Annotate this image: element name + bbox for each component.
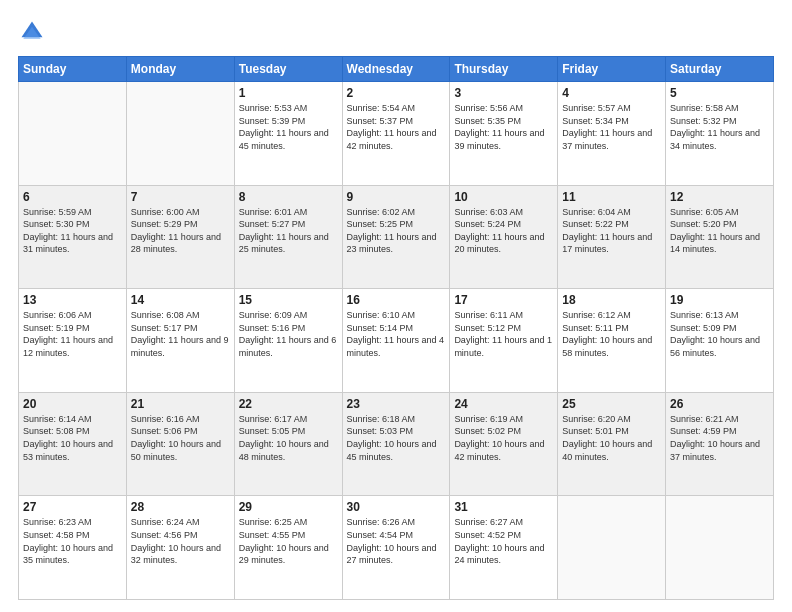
day-info-3: Sunrise: 5:56 AM Sunset: 5:35 PM Dayligh…	[454, 102, 553, 152]
day-number-5: 5	[670, 86, 769, 100]
header	[18, 18, 774, 46]
day-info-7: Sunrise: 6:00 AM Sunset: 5:29 PM Dayligh…	[131, 206, 230, 256]
weekday-saturday: Saturday	[666, 57, 774, 82]
day-cell-9: 9Sunrise: 6:02 AM Sunset: 5:25 PM Daylig…	[342, 185, 450, 289]
day-number-28: 28	[131, 500, 230, 514]
weekday-friday: Friday	[558, 57, 666, 82]
day-cell-25: 25Sunrise: 6:20 AM Sunset: 5:01 PM Dayli…	[558, 392, 666, 496]
day-info-29: Sunrise: 6:25 AM Sunset: 4:55 PM Dayligh…	[239, 516, 338, 566]
day-number-10: 10	[454, 190, 553, 204]
day-cell-8: 8Sunrise: 6:01 AM Sunset: 5:27 PM Daylig…	[234, 185, 342, 289]
day-number-2: 2	[347, 86, 446, 100]
day-cell-31: 31Sunrise: 6:27 AM Sunset: 4:52 PM Dayli…	[450, 496, 558, 600]
day-cell-3: 3Sunrise: 5:56 AM Sunset: 5:35 PM Daylig…	[450, 82, 558, 186]
week-row-1: 1Sunrise: 5:53 AM Sunset: 5:39 PM Daylig…	[19, 82, 774, 186]
day-cell-19: 19Sunrise: 6:13 AM Sunset: 5:09 PM Dayli…	[666, 289, 774, 393]
day-info-2: Sunrise: 5:54 AM Sunset: 5:37 PM Dayligh…	[347, 102, 446, 152]
day-info-17: Sunrise: 6:11 AM Sunset: 5:12 PM Dayligh…	[454, 309, 553, 359]
logo	[18, 18, 50, 46]
day-number-9: 9	[347, 190, 446, 204]
day-info-16: Sunrise: 6:10 AM Sunset: 5:14 PM Dayligh…	[347, 309, 446, 359]
day-number-17: 17	[454, 293, 553, 307]
day-info-4: Sunrise: 5:57 AM Sunset: 5:34 PM Dayligh…	[562, 102, 661, 152]
day-cell-7: 7Sunrise: 6:00 AM Sunset: 5:29 PM Daylig…	[126, 185, 234, 289]
day-number-15: 15	[239, 293, 338, 307]
day-number-27: 27	[23, 500, 122, 514]
day-number-11: 11	[562, 190, 661, 204]
day-number-4: 4	[562, 86, 661, 100]
day-number-24: 24	[454, 397, 553, 411]
day-info-1: Sunrise: 5:53 AM Sunset: 5:39 PM Dayligh…	[239, 102, 338, 152]
empty-cell	[19, 82, 127, 186]
day-info-6: Sunrise: 5:59 AM Sunset: 5:30 PM Dayligh…	[23, 206, 122, 256]
day-number-18: 18	[562, 293, 661, 307]
page: SundayMondayTuesdayWednesdayThursdayFrid…	[0, 0, 792, 612]
day-cell-23: 23Sunrise: 6:18 AM Sunset: 5:03 PM Dayli…	[342, 392, 450, 496]
day-cell-5: 5Sunrise: 5:58 AM Sunset: 5:32 PM Daylig…	[666, 82, 774, 186]
day-info-12: Sunrise: 6:05 AM Sunset: 5:20 PM Dayligh…	[670, 206, 769, 256]
day-info-24: Sunrise: 6:19 AM Sunset: 5:02 PM Dayligh…	[454, 413, 553, 463]
week-row-5: 27Sunrise: 6:23 AM Sunset: 4:58 PM Dayli…	[19, 496, 774, 600]
day-cell-16: 16Sunrise: 6:10 AM Sunset: 5:14 PM Dayli…	[342, 289, 450, 393]
day-info-25: Sunrise: 6:20 AM Sunset: 5:01 PM Dayligh…	[562, 413, 661, 463]
weekday-thursday: Thursday	[450, 57, 558, 82]
empty-cell	[666, 496, 774, 600]
day-info-27: Sunrise: 6:23 AM Sunset: 4:58 PM Dayligh…	[23, 516, 122, 566]
day-number-21: 21	[131, 397, 230, 411]
day-number-8: 8	[239, 190, 338, 204]
day-number-6: 6	[23, 190, 122, 204]
day-number-25: 25	[562, 397, 661, 411]
day-number-3: 3	[454, 86, 553, 100]
day-cell-27: 27Sunrise: 6:23 AM Sunset: 4:58 PM Dayli…	[19, 496, 127, 600]
day-cell-17: 17Sunrise: 6:11 AM Sunset: 5:12 PM Dayli…	[450, 289, 558, 393]
weekday-sunday: Sunday	[19, 57, 127, 82]
day-info-15: Sunrise: 6:09 AM Sunset: 5:16 PM Dayligh…	[239, 309, 338, 359]
day-cell-4: 4Sunrise: 5:57 AM Sunset: 5:34 PM Daylig…	[558, 82, 666, 186]
day-cell-6: 6Sunrise: 5:59 AM Sunset: 5:30 PM Daylig…	[19, 185, 127, 289]
day-info-9: Sunrise: 6:02 AM Sunset: 5:25 PM Dayligh…	[347, 206, 446, 256]
day-cell-14: 14Sunrise: 6:08 AM Sunset: 5:17 PM Dayli…	[126, 289, 234, 393]
empty-cell	[558, 496, 666, 600]
day-number-1: 1	[239, 86, 338, 100]
day-info-19: Sunrise: 6:13 AM Sunset: 5:09 PM Dayligh…	[670, 309, 769, 359]
day-cell-13: 13Sunrise: 6:06 AM Sunset: 5:19 PM Dayli…	[19, 289, 127, 393]
day-cell-30: 30Sunrise: 6:26 AM Sunset: 4:54 PM Dayli…	[342, 496, 450, 600]
day-info-11: Sunrise: 6:04 AM Sunset: 5:22 PM Dayligh…	[562, 206, 661, 256]
day-info-14: Sunrise: 6:08 AM Sunset: 5:17 PM Dayligh…	[131, 309, 230, 359]
day-cell-28: 28Sunrise: 6:24 AM Sunset: 4:56 PM Dayli…	[126, 496, 234, 600]
day-info-10: Sunrise: 6:03 AM Sunset: 5:24 PM Dayligh…	[454, 206, 553, 256]
day-info-26: Sunrise: 6:21 AM Sunset: 4:59 PM Dayligh…	[670, 413, 769, 463]
weekday-tuesday: Tuesday	[234, 57, 342, 82]
weekday-header-row: SundayMondayTuesdayWednesdayThursdayFrid…	[19, 57, 774, 82]
day-info-23: Sunrise: 6:18 AM Sunset: 5:03 PM Dayligh…	[347, 413, 446, 463]
day-cell-18: 18Sunrise: 6:12 AM Sunset: 5:11 PM Dayli…	[558, 289, 666, 393]
day-number-20: 20	[23, 397, 122, 411]
week-row-2: 6Sunrise: 5:59 AM Sunset: 5:30 PM Daylig…	[19, 185, 774, 289]
day-info-8: Sunrise: 6:01 AM Sunset: 5:27 PM Dayligh…	[239, 206, 338, 256]
day-number-7: 7	[131, 190, 230, 204]
day-cell-2: 2Sunrise: 5:54 AM Sunset: 5:37 PM Daylig…	[342, 82, 450, 186]
day-info-31: Sunrise: 6:27 AM Sunset: 4:52 PM Dayligh…	[454, 516, 553, 566]
day-info-22: Sunrise: 6:17 AM Sunset: 5:05 PM Dayligh…	[239, 413, 338, 463]
day-number-12: 12	[670, 190, 769, 204]
day-cell-15: 15Sunrise: 6:09 AM Sunset: 5:16 PM Dayli…	[234, 289, 342, 393]
day-cell-24: 24Sunrise: 6:19 AM Sunset: 5:02 PM Dayli…	[450, 392, 558, 496]
day-cell-12: 12Sunrise: 6:05 AM Sunset: 5:20 PM Dayli…	[666, 185, 774, 289]
day-info-30: Sunrise: 6:26 AM Sunset: 4:54 PM Dayligh…	[347, 516, 446, 566]
calendar-table: SundayMondayTuesdayWednesdayThursdayFrid…	[18, 56, 774, 600]
day-info-18: Sunrise: 6:12 AM Sunset: 5:11 PM Dayligh…	[562, 309, 661, 359]
empty-cell	[126, 82, 234, 186]
day-number-19: 19	[670, 293, 769, 307]
day-info-5: Sunrise: 5:58 AM Sunset: 5:32 PM Dayligh…	[670, 102, 769, 152]
day-number-22: 22	[239, 397, 338, 411]
day-cell-1: 1Sunrise: 5:53 AM Sunset: 5:39 PM Daylig…	[234, 82, 342, 186]
day-number-23: 23	[347, 397, 446, 411]
day-cell-21: 21Sunrise: 6:16 AM Sunset: 5:06 PM Dayli…	[126, 392, 234, 496]
day-cell-10: 10Sunrise: 6:03 AM Sunset: 5:24 PM Dayli…	[450, 185, 558, 289]
day-number-26: 26	[670, 397, 769, 411]
day-cell-22: 22Sunrise: 6:17 AM Sunset: 5:05 PM Dayli…	[234, 392, 342, 496]
day-cell-29: 29Sunrise: 6:25 AM Sunset: 4:55 PM Dayli…	[234, 496, 342, 600]
week-row-4: 20Sunrise: 6:14 AM Sunset: 5:08 PM Dayli…	[19, 392, 774, 496]
day-info-13: Sunrise: 6:06 AM Sunset: 5:19 PM Dayligh…	[23, 309, 122, 359]
weekday-monday: Monday	[126, 57, 234, 82]
